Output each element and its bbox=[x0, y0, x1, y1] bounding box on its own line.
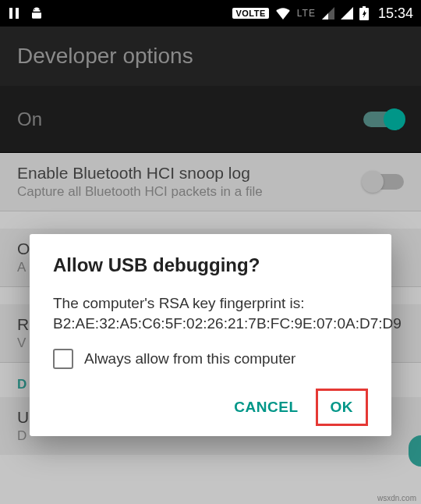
app-header: Developer options bbox=[0, 27, 421, 86]
item-title: Enable Bluetooth HCI snoop log bbox=[17, 164, 263, 183]
item-bt-snoop[interactable]: Enable Bluetooth HCI snoop log Capture a… bbox=[0, 153, 421, 211]
item-title: R bbox=[17, 315, 29, 334]
svg-rect-1 bbox=[16, 8, 19, 19]
master-toggle-label: On bbox=[17, 108, 42, 130]
signal-icon-1 bbox=[322, 7, 334, 20]
svg-rect-0 bbox=[9, 8, 12, 19]
item-sub: D bbox=[17, 428, 29, 444]
item-sub: V bbox=[17, 335, 29, 351]
wifi-icon bbox=[275, 7, 291, 20]
always-allow-checkbox[interactable] bbox=[53, 349, 73, 369]
status-bar: VOLTE LTE 15:34 bbox=[0, 0, 421, 27]
fab-peek bbox=[409, 435, 421, 467]
item-sub: Capture all Bluetooth HCI packets in a f… bbox=[17, 184, 263, 200]
always-allow-label: Always allow from this computer bbox=[84, 350, 295, 367]
item-sub: A bbox=[17, 260, 30, 275]
lte-label: LTE bbox=[297, 8, 316, 19]
page-title: Developer options bbox=[17, 44, 193, 69]
dialog-title: Allow USB debugging? bbox=[53, 254, 368, 276]
dialog-body: The computer's RSA key fingerprint is: B… bbox=[53, 293, 368, 333]
bt-snoop-toggle[interactable] bbox=[363, 174, 404, 190]
usb-debugging-dialog: Allow USB debugging? The computer's RSA … bbox=[30, 234, 391, 436]
item-title: O bbox=[17, 240, 30, 258]
ok-button[interactable]: OK bbox=[316, 389, 369, 426]
signal-icon-2 bbox=[341, 7, 353, 20]
android-icon bbox=[30, 6, 44, 20]
volte-badge: VOLTE bbox=[232, 8, 268, 19]
master-toggle[interactable] bbox=[363, 112, 404, 127]
clock: 15:34 bbox=[378, 5, 413, 22]
item-title: U bbox=[17, 408, 29, 427]
watermark: wsxdn.com bbox=[377, 494, 416, 502]
pause-icon bbox=[8, 7, 20, 20]
battery-charging-icon bbox=[359, 6, 369, 20]
cancel-button[interactable]: CANCEL bbox=[217, 388, 315, 427]
always-allow-row[interactable]: Always allow from this computer bbox=[53, 349, 368, 369]
master-toggle-row[interactable]: On bbox=[0, 86, 421, 153]
svg-rect-3 bbox=[363, 6, 366, 8]
